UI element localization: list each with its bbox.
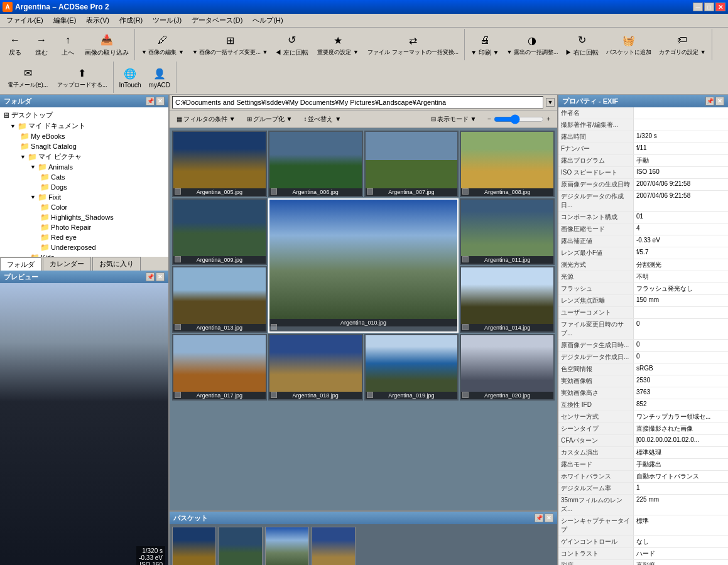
back-button[interactable]: ← 戻る	[3, 29, 28, 60]
menu-file[interactable]: ファイル(E)	[1, 14, 48, 27]
tab-calendar[interactable]: カレンダー	[43, 257, 91, 271]
tree-item-highlights[interactable]: 📁 Highlights_Shadows	[3, 212, 166, 222]
thumb-011[interactable]: JPG Argentina_011.jpg	[460, 198, 555, 265]
thumb-005[interactable]: JPG Argentina_005.jpg	[172, 131, 267, 197]
batch-resize-button[interactable]: ⊞ ▼ 画像の一括サイズ変更... ▼	[189, 29, 271, 60]
expand-icon[interactable]: ▼	[10, 123, 16, 129]
tree-item-kids[interactable]: 📁 Kids	[3, 252, 166, 257]
expand-icon[interactable]: ▼	[20, 154, 26, 160]
tab-folder[interactable]: フォルダ	[0, 257, 41, 272]
thumb-check-014[interactable]	[462, 324, 469, 330]
thumb-check-006[interactable]	[271, 188, 277, 195]
tree-item-redeye[interactable]: 📁 Red eye	[3, 232, 166, 242]
minimize-button[interactable]: ─	[693, 3, 703, 11]
intouch-button[interactable]: 🌐 InTouch	[116, 62, 144, 93]
thumb-019[interactable]: JPG Argentina_019.jpg	[364, 334, 459, 401]
import-button[interactable]: 📥 画像の取り込み	[82, 29, 132, 60]
basket-thumb-4[interactable]	[312, 527, 356, 565]
props-panel-pin[interactable]: 📌	[705, 97, 714, 105]
basket-panel-pin[interactable]: 📌	[535, 514, 543, 522]
thumb-020[interactable]: JPG Argentina_020.jpg	[460, 334, 555, 401]
menu-database[interactable]: データベース(D)	[187, 14, 247, 27]
tree-item-dogs[interactable]: 📁 Dogs	[3, 182, 166, 192]
filter-button[interactable]: ▦ フィルタの条件 ▼	[172, 112, 240, 126]
print-button[interactable]: 🖨 ▼ 印刷 ▼	[467, 29, 502, 60]
menu-view[interactable]: 表示(V)	[81, 14, 114, 27]
folder-panel-close[interactable]: ✕	[156, 97, 165, 105]
thumb-018[interactable]: JPG Argentina_018.jpg	[268, 334, 363, 401]
titlebar-buttons[interactable]: ─ □ ✕	[693, 3, 725, 11]
sort-button[interactable]: ↕ 並べ替え ▼	[299, 112, 345, 126]
folder-panel-pin[interactable]: 📌	[146, 97, 155, 105]
zoom-slider[interactable]	[494, 114, 544, 124]
exposure-button[interactable]: ◑ ▼ 露出の一括調整...	[503, 29, 561, 60]
category-button[interactable]: 🏷 カテゴリの設定 ▼	[656, 29, 709, 60]
priority-button[interactable]: ★ 重要度の設定 ▼	[313, 29, 363, 60]
path-dropdown-button[interactable]: ▼	[546, 98, 555, 107]
thumb-008[interactable]: JPG Argentina_008.jpg	[460, 131, 555, 197]
group-button[interactable]: ⊞ グループ化 ▼	[242, 112, 297, 126]
menu-help[interactable]: ヘルプ(H)	[247, 14, 288, 27]
tree-item-photorepair[interactable]: 📁 Photo Repair	[3, 222, 166, 232]
basket-thumb-3[interactable]	[265, 527, 309, 565]
thumb-006[interactable]: JPG Argentina_006.jpg	[268, 131, 363, 197]
view-button[interactable]: ⊟ 表示モード ▼	[426, 112, 481, 126]
basket-thumb-1[interactable]	[172, 527, 216, 565]
path-bar[interactable]: C:¥Documents and Settings¥lsddev¥My Docu…	[172, 96, 543, 109]
properties-title: プロパティ - EXIF	[562, 97, 618, 106]
tab-favorites[interactable]: お気に入り	[92, 257, 141, 271]
format-convert-button[interactable]: ⇄ ファイル フォーマットの一括変換...	[364, 29, 462, 60]
thumb-017[interactable]: JPG Argentina_017.jpg	[172, 334, 267, 401]
basket-panel-close[interactable]: ✕	[545, 514, 553, 522]
basket-button[interactable]: 🧺 バスケットに追加	[603, 29, 655, 60]
thumb-check-020[interactable]	[462, 392, 469, 398]
thumb-check-011[interactable]	[462, 256, 469, 262]
menu-create[interactable]: 作成(R)	[114, 14, 148, 27]
thumb-check-007[interactable]	[367, 188, 373, 195]
upload-button[interactable]: ⬆ アップロードする...	[54, 62, 111, 93]
thumb-013[interactable]: JPG Argentina_013.jpg	[172, 266, 267, 333]
expand-icon[interactable]: ▼	[30, 164, 36, 170]
thumb-check-005[interactable]	[175, 188, 181, 195]
menu-tools[interactable]: ツール(J)	[148, 14, 187, 27]
thumb-check-018[interactable]	[271, 392, 277, 398]
thumb-check-010[interactable]	[271, 324, 277, 330]
tree-item-mydocs[interactable]: ▼ 📁 マイ ドキュメント	[3, 121, 166, 131]
preview-panel-pin[interactable]: 📌	[146, 272, 155, 281]
tree-item-snagit[interactable]: 📁 SnagIt Catalog	[3, 141, 166, 151]
menu-edit[interactable]: 編集(E)	[48, 14, 82, 27]
thumb-010[interactable]: JPG Argentina_010.jpg	[268, 198, 459, 333]
tree-item-myebooks[interactable]: 📁 My eBooks	[3, 131, 166, 141]
tree-item-fixit[interactable]: ▼ 📁 Fixit	[3, 192, 166, 202]
tree-item-desktop[interactable]: 🖥 デスクトップ	[3, 110, 166, 121]
zoom-slider-area[interactable]: − +	[483, 112, 555, 126]
tree-item-underexposed[interactable]: 📁 Underexposed	[3, 242, 166, 252]
maximize-button[interactable]: □	[704, 3, 714, 11]
tree-item-color[interactable]: 📁 Color	[3, 202, 166, 212]
thumb-check-017[interactable]	[175, 392, 181, 398]
thumb-check-009[interactable]	[175, 256, 181, 262]
tree-item-mypics[interactable]: ▼ 📁 マイ ピクチャ	[3, 151, 166, 162]
up-button[interactable]: ↑ 上へ	[55, 29, 80, 60]
thumb-check-008[interactable]	[462, 188, 469, 195]
forward-button[interactable]: → 進む	[29, 29, 54, 60]
thumb-014[interactable]: JPG Argentina_014.jpg	[460, 266, 555, 333]
email-button[interactable]: ✉ 電子メール(E)...	[3, 62, 53, 93]
thumb-007[interactable]: JPG Argentina_007.jpg	[364, 131, 459, 197]
expand-icon[interactable]: ▼	[30, 194, 36, 200]
preview-panel-close[interactable]: ✕	[156, 272, 165, 281]
myacd-button[interactable]: 👤 myACD	[146, 62, 173, 93]
props-panel-close[interactable]: ✕	[715, 97, 724, 105]
thumb-check-013[interactable]	[175, 324, 181, 330]
thumb-009[interactable]: JPG Argentina_009.jpg	[172, 198, 267, 265]
tree-item-animals[interactable]: ▼ 📁 Animals	[3, 162, 166, 172]
zoom-plus-icon[interactable]: +	[546, 116, 550, 122]
basket-thumb-2[interactable]	[219, 527, 263, 565]
rotate-right-button[interactable]: ↻ ▶ 右に回転	[562, 29, 602, 60]
edit-image-button[interactable]: 🖊 ▼ 画像の編集 ▼	[138, 29, 188, 60]
zoom-minus-icon[interactable]: −	[487, 116, 491, 122]
tree-item-cats[interactable]: 📁 Cats	[3, 172, 166, 182]
close-button[interactable]: ✕	[715, 3, 725, 11]
thumb-check-019[interactable]	[367, 392, 373, 398]
rotate-left-button[interactable]: ↺ ◀ 左に回転	[272, 29, 312, 60]
